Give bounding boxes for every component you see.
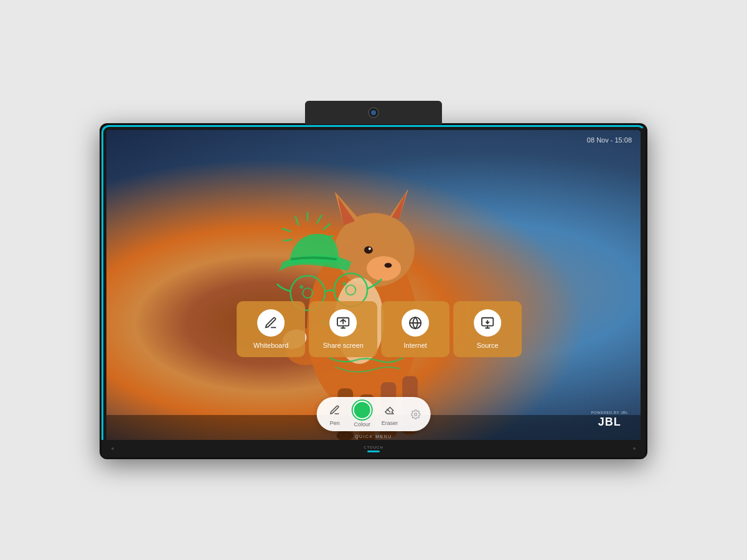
eraser-icon: [382, 402, 398, 418]
pen-icon: [327, 402, 343, 418]
tv-frame: 08 Nov - 15:08 Whiteboard: [100, 123, 647, 459]
camera-lens: [368, 107, 379, 118]
tv-bottom-strip: CTOUCH: [101, 440, 646, 457]
powered-by-text: POWERED BY JBL: [591, 411, 628, 414]
colour-tool[interactable]: Colour: [353, 401, 372, 427]
share-screen-button[interactable]: Share screen: [309, 301, 377, 357]
svg-point-38: [414, 413, 416, 416]
quick-menu: Whiteboard Share screen: [237, 301, 522, 357]
brand-label: CTOUCH: [364, 446, 383, 449]
colour-circle: [353, 401, 372, 419]
eraser-label: Eraser: [382, 420, 398, 426]
pen-label: Pen: [330, 420, 340, 426]
quick-menu-label: QUICK MENU: [355, 434, 392, 439]
svg-point-7: [385, 263, 392, 268]
source-button[interactable]: Source: [453, 301, 522, 357]
source-icon: [474, 309, 501, 337]
svg-point-6: [367, 256, 401, 281]
share-screen-icon: [329, 309, 357, 337]
svg-point-9: [369, 248, 371, 250]
camera-bar: [305, 101, 442, 124]
display-unit: 08 Nov - 15:08 Whiteboard: [100, 101, 647, 459]
whiteboard-label: Whiteboard: [253, 342, 288, 349]
internet-button[interactable]: Internet: [381, 301, 449, 357]
svg-point-8: [364, 246, 373, 254]
svg-marker-5: [392, 192, 406, 219]
pen-tool[interactable]: Pen: [327, 402, 343, 426]
colour-label: Colour: [354, 421, 370, 427]
share-screen-label: Share screen: [322, 342, 363, 349]
screen: 08 Nov - 15:08 Whiteboard: [106, 130, 641, 452]
jbl-logo: JBL: [591, 416, 628, 429]
internet-label: Internet: [404, 342, 427, 349]
bottom-toolbar: Pen Colour Eraser: [317, 397, 431, 431]
internet-icon: [402, 309, 429, 337]
datetime-display: 08 Nov - 15:08: [587, 136, 632, 144]
speaker-dot-right: [633, 447, 636, 450]
whiteboard-button[interactable]: Whiteboard: [237, 301, 305, 357]
speaker-dot-left: [111, 447, 114, 450]
settings-button[interactable]: [410, 409, 420, 419]
jbl-branding: POWERED BY JBL JBL: [591, 411, 628, 429]
power-indicator: [367, 450, 380, 452]
tv-bottom-center: CTOUCH: [364, 446, 383, 452]
whiteboard-icon: [257, 309, 284, 337]
source-label: Source: [477, 342, 499, 349]
eraser-tool[interactable]: Eraser: [382, 402, 398, 426]
